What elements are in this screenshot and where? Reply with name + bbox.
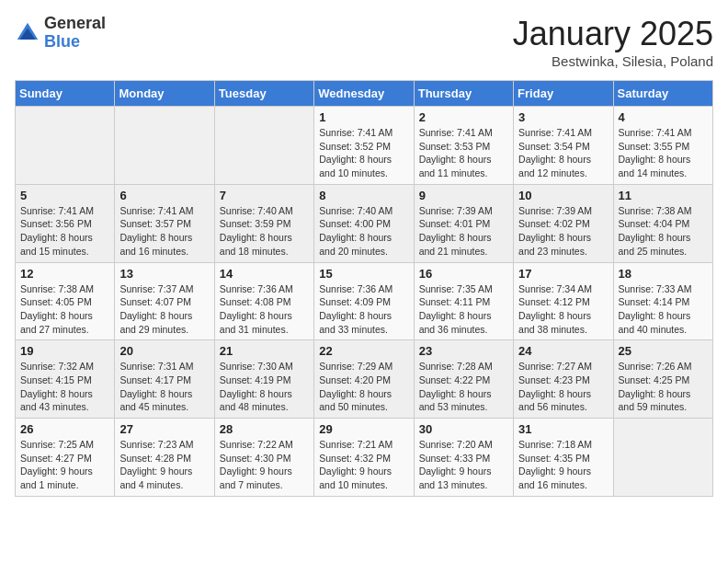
weekday-header-row: SundayMondayTuesdayWednesdayThursdayFrid… — [16, 81, 713, 107]
logo-icon — [15, 20, 40, 46]
calendar-day-cell: 15Sunrise: 7:36 AM Sunset: 4:09 PM Dayli… — [314, 262, 414, 340]
day-number: 15 — [319, 267, 408, 281]
calendar-week-row: 1Sunrise: 7:41 AM Sunset: 3:52 PM Daylig… — [16, 107, 713, 185]
calendar-day-cell: 28Sunrise: 7:22 AM Sunset: 4:30 PM Dayli… — [214, 419, 313, 497]
day-number: 24 — [518, 344, 608, 358]
logo: General Blue — [15, 15, 106, 52]
calendar-day-cell: 18Sunrise: 7:33 AM Sunset: 4:14 PM Dayli… — [613, 262, 712, 340]
day-number: 6 — [119, 189, 209, 202]
day-number: 26 — [20, 422, 109, 436]
day-info: Sunrise: 7:20 AM Sunset: 4:33 PM Dayligh… — [419, 438, 508, 492]
day-number: 16 — [419, 267, 508, 281]
calendar-day-cell: 22Sunrise: 7:29 AM Sunset: 4:20 PM Dayli… — [314, 340, 414, 419]
title-block: January 2025 Bestwinka, Silesia, Poland — [513, 15, 713, 69]
day-info: Sunrise: 7:38 AM Sunset: 4:05 PM Dayligh… — [20, 282, 109, 337]
day-info: Sunrise: 7:32 AM Sunset: 4:15 PM Dayligh… — [20, 360, 109, 414]
day-number: 18 — [619, 267, 708, 281]
calendar-week-row: 12Sunrise: 7:38 AM Sunset: 4:05 PM Dayli… — [16, 262, 713, 340]
day-info: Sunrise: 7:37 AM Sunset: 4:07 PM Dayligh… — [119, 282, 209, 337]
calendar-day-cell: 17Sunrise: 7:34 AM Sunset: 4:12 PM Dayli… — [514, 262, 613, 340]
calendar-day-cell: 11Sunrise: 7:38 AM Sunset: 4:04 PM Dayli… — [613, 184, 712, 262]
calendar-day-cell: 31Sunrise: 7:18 AM Sunset: 4:35 PM Dayli… — [514, 419, 613, 497]
day-number: 31 — [518, 422, 608, 436]
calendar-day-cell: 14Sunrise: 7:36 AM Sunset: 4:08 PM Dayli… — [214, 262, 313, 340]
calendar-day-cell: 30Sunrise: 7:20 AM Sunset: 4:33 PM Dayli… — [414, 419, 513, 497]
logo-general: General — [44, 15, 106, 33]
calendar-day-cell: 27Sunrise: 7:23 AM Sunset: 4:28 PM Dayli… — [115, 419, 214, 497]
day-info: Sunrise: 7:25 AM Sunset: 4:27 PM Dayligh… — [20, 438, 109, 492]
day-info: Sunrise: 7:23 AM Sunset: 4:28 PM Dayligh… — [119, 438, 209, 492]
calendar-day-cell — [214, 107, 313, 185]
day-info: Sunrise: 7:21 AM Sunset: 4:32 PM Dayligh… — [319, 438, 408, 492]
calendar-day-cell: 2Sunrise: 7:41 AM Sunset: 3:53 PM Daylig… — [414, 107, 513, 185]
day-number: 7 — [220, 189, 309, 202]
day-info: Sunrise: 7:27 AM Sunset: 4:23 PM Dayligh… — [518, 360, 608, 414]
day-info: Sunrise: 7:35 AM Sunset: 4:11 PM Dayligh… — [419, 282, 508, 337]
day-info: Sunrise: 7:33 AM Sunset: 4:14 PM Dayligh… — [619, 282, 708, 337]
day-number: 23 — [419, 344, 508, 358]
logo-blue: Blue — [44, 33, 106, 52]
page-header: General Blue January 2025 Bestwinka, Sil… — [15, 15, 713, 69]
calendar-day-cell: 12Sunrise: 7:38 AM Sunset: 4:05 PM Dayli… — [16, 262, 115, 340]
day-info: Sunrise: 7:41 AM Sunset: 3:54 PM Dayligh… — [518, 126, 608, 180]
weekday-header-cell: Sunday — [16, 81, 115, 107]
calendar-day-cell: 23Sunrise: 7:28 AM Sunset: 4:22 PM Dayli… — [414, 340, 513, 419]
day-info: Sunrise: 7:41 AM Sunset: 3:57 PM Dayligh… — [119, 204, 209, 259]
day-number: 14 — [220, 267, 309, 281]
day-info: Sunrise: 7:22 AM Sunset: 4:30 PM Dayligh… — [220, 438, 309, 492]
day-number: 28 — [220, 422, 309, 436]
day-number: 21 — [220, 344, 309, 358]
day-number: 9 — [419, 189, 508, 202]
day-number: 13 — [119, 267, 209, 281]
day-info: Sunrise: 7:41 AM Sunset: 3:53 PM Dayligh… — [419, 126, 508, 180]
day-info: Sunrise: 7:28 AM Sunset: 4:22 PM Dayligh… — [419, 360, 508, 414]
calendar-day-cell: 3Sunrise: 7:41 AM Sunset: 3:54 PM Daylig… — [514, 107, 613, 185]
day-number: 4 — [619, 110, 708, 124]
calendar-day-cell: 10Sunrise: 7:39 AM Sunset: 4:02 PM Dayli… — [514, 184, 613, 262]
calendar-week-row: 26Sunrise: 7:25 AM Sunset: 4:27 PM Dayli… — [16, 419, 713, 497]
calendar-day-cell: 8Sunrise: 7:40 AM Sunset: 4:00 PM Daylig… — [314, 184, 414, 262]
calendar: SundayMondayTuesdayWednesdayThursdayFrid… — [15, 80, 713, 497]
day-number: 20 — [119, 344, 209, 358]
day-info: Sunrise: 7:41 AM Sunset: 3:52 PM Dayligh… — [319, 126, 408, 180]
day-number: 2 — [419, 110, 508, 124]
calendar-day-cell: 19Sunrise: 7:32 AM Sunset: 4:15 PM Dayli… — [16, 340, 115, 419]
day-number: 17 — [518, 267, 608, 281]
day-info: Sunrise: 7:29 AM Sunset: 4:20 PM Dayligh… — [319, 360, 408, 414]
day-info: Sunrise: 7:18 AM Sunset: 4:35 PM Dayligh… — [518, 438, 608, 492]
day-info: Sunrise: 7:31 AM Sunset: 4:17 PM Dayligh… — [119, 360, 209, 414]
day-number: 11 — [619, 189, 708, 202]
day-number: 19 — [20, 344, 109, 358]
day-number: 29 — [319, 422, 408, 436]
day-number: 3 — [518, 110, 608, 124]
day-number: 30 — [419, 422, 508, 436]
day-info: Sunrise: 7:26 AM Sunset: 4:25 PM Dayligh… — [619, 360, 708, 414]
month-title: January 2025 — [513, 15, 713, 53]
day-number: 5 — [20, 189, 109, 202]
day-info: Sunrise: 7:41 AM Sunset: 3:56 PM Dayligh… — [20, 204, 109, 259]
calendar-day-cell: 26Sunrise: 7:25 AM Sunset: 4:27 PM Dayli… — [16, 419, 115, 497]
day-number: 25 — [619, 344, 708, 358]
day-info: Sunrise: 7:39 AM Sunset: 4:01 PM Dayligh… — [419, 204, 508, 259]
calendar-day-cell: 20Sunrise: 7:31 AM Sunset: 4:17 PM Dayli… — [115, 340, 214, 419]
weekday-header-cell: Wednesday — [314, 81, 414, 107]
day-info: Sunrise: 7:39 AM Sunset: 4:02 PM Dayligh… — [518, 204, 608, 259]
calendar-week-row: 5Sunrise: 7:41 AM Sunset: 3:56 PM Daylig… — [16, 184, 713, 262]
calendar-day-cell: 29Sunrise: 7:21 AM Sunset: 4:32 PM Dayli… — [314, 419, 414, 497]
calendar-day-cell: 9Sunrise: 7:39 AM Sunset: 4:01 PM Daylig… — [414, 184, 513, 262]
day-number: 8 — [319, 189, 408, 202]
day-info: Sunrise: 7:30 AM Sunset: 4:19 PM Dayligh… — [220, 360, 309, 414]
calendar-day-cell: 4Sunrise: 7:41 AM Sunset: 3:55 PM Daylig… — [613, 107, 712, 185]
calendar-day-cell: 1Sunrise: 7:41 AM Sunset: 3:52 PM Daylig… — [314, 107, 414, 185]
day-info: Sunrise: 7:38 AM Sunset: 4:04 PM Dayligh… — [619, 204, 708, 259]
day-number: 12 — [20, 267, 109, 281]
location: Bestwinka, Silesia, Poland — [513, 53, 713, 69]
calendar-day-cell: 16Sunrise: 7:35 AM Sunset: 4:11 PM Dayli… — [414, 262, 513, 340]
calendar-week-row: 19Sunrise: 7:32 AM Sunset: 4:15 PM Dayli… — [16, 340, 713, 419]
calendar-day-cell — [115, 107, 214, 185]
day-info: Sunrise: 7:36 AM Sunset: 4:09 PM Dayligh… — [319, 282, 408, 337]
day-info: Sunrise: 7:41 AM Sunset: 3:55 PM Dayligh… — [619, 126, 708, 180]
calendar-day-cell: 5Sunrise: 7:41 AM Sunset: 3:56 PM Daylig… — [16, 184, 115, 262]
calendar-day-cell: 7Sunrise: 7:40 AM Sunset: 3:59 PM Daylig… — [214, 184, 313, 262]
day-info: Sunrise: 7:40 AM Sunset: 4:00 PM Dayligh… — [319, 204, 408, 259]
